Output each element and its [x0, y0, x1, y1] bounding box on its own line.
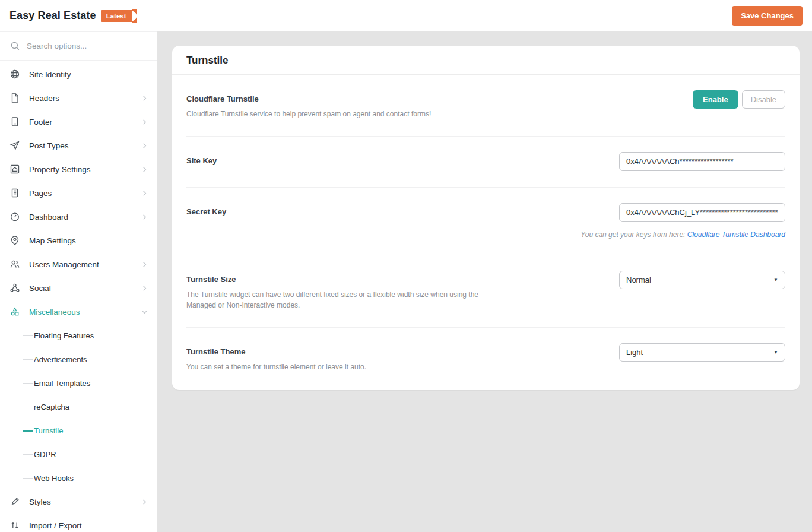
card-header: Turnstile	[172, 46, 800, 75]
brush-icon	[9, 496, 20, 507]
site-key-input[interactable]	[619, 152, 785, 171]
sidebar-item-footer[interactable]: Footer	[0, 110, 157, 134]
disable-button[interactable]: Disable	[742, 90, 785, 109]
setting-label: Turnstile Theme	[186, 347, 366, 356]
chevron-right-icon	[141, 142, 148, 149]
dropdown-caret-icon: ▼	[773, 350, 778, 355]
users-icon	[9, 259, 20, 270]
sidebar-item-social[interactable]: Social	[0, 276, 157, 300]
save-changes-button[interactable]: Save Changes	[732, 6, 803, 26]
miscellaneous-submenu: Floating Features Advertisements Email T…	[0, 324, 157, 490]
shapes-icon	[9, 306, 20, 317]
setting-row-cloudflare-turnstile: Cloudflare Turnstile Cloudflare Turnstil…	[186, 75, 785, 137]
setting-row-site-key: Site Key	[186, 137, 785, 188]
turnstile-size-select[interactable]: Normal ▼	[619, 271, 785, 289]
submenu-item-gdpr[interactable]: GDPR	[0, 442, 157, 466]
submenu-item-advertisements[interactable]: Advertisements	[0, 347, 157, 371]
social-network-icon	[9, 283, 20, 293]
secret-key-input[interactable]	[619, 203, 785, 222]
header-document-icon	[9, 93, 20, 103]
submenu-item-label: reCaptcha	[34, 403, 69, 411]
sidebar-item-site-identity[interactable]: Site Identity	[0, 62, 157, 86]
submenu-item-turnstile[interactable]: Turnstile	[0, 419, 157, 442]
chevron-right-icon	[141, 214, 148, 220]
submenu-item-label: Floating Features	[34, 331, 94, 340]
search-input[interactable]	[27, 42, 147, 50]
sidebar-nav: Site Identity Headers Footer Post Types …	[0, 61, 157, 532]
dropdown-caret-icon: ▼	[773, 277, 778, 283]
main-content: Turnstile Cloudflare Turnstile Cloudflar…	[157, 31, 812, 532]
sidebar-item-label: Map Settings	[29, 236, 76, 245]
pages-book-icon	[9, 188, 20, 198]
sidebar-item-map-settings[interactable]: Map Settings	[0, 229, 157, 252]
turnstile-settings-card: Turnstile Cloudflare Turnstile Cloudflar…	[172, 46, 800, 390]
top-bar: Easy Real Estate Latest Save Changes	[0, 0, 812, 31]
setting-row-turnstile-theme: Turnstile Theme You can set a theme for …	[186, 328, 785, 391]
globe-icon	[9, 69, 20, 80]
setting-label: Site Key	[186, 156, 217, 165]
brand: Easy Real Estate Latest	[9, 10, 137, 23]
enable-button[interactable]: Enable	[693, 90, 738, 109]
sidebar-item-label: Site Identity	[29, 70, 71, 79]
sidebar-item-label: Styles	[29, 498, 51, 506]
setting-row-secret-key: Secret Key You can get your keys from he…	[186, 188, 785, 255]
setting-description: You can set a theme for turnstile elemen…	[186, 362, 366, 373]
sidebar-item-label: Post Types	[29, 141, 69, 150]
sidebar-item-label: Miscellaneous	[29, 308, 80, 316]
helper-prefix: You can get your keys from here:	[581, 230, 687, 239]
gauge-icon	[9, 211, 20, 222]
sidebar-item-label: Import / Export	[29, 521, 82, 530]
search-icon	[10, 41, 20, 51]
submenu-item-label: Web Hooks	[34, 474, 74, 483]
chevron-down-icon	[141, 309, 148, 315]
sidebar-item-label: Footer	[29, 118, 52, 126]
sidebar-item-users-management[interactable]: Users Management	[0, 252, 157, 276]
chevron-right-icon	[141, 190, 148, 197]
send-icon	[9, 140, 20, 151]
sidebar-item-label: Pages	[29, 189, 52, 198]
submenu-item-label: GDPR	[34, 450, 56, 459]
selected-value: Normal	[626, 276, 651, 284]
property-house-icon	[9, 164, 20, 175]
chevron-right-icon	[141, 166, 148, 173]
submenu-item-recaptcha[interactable]: reCaptcha	[0, 395, 157, 419]
chevron-right-icon	[141, 95, 148, 102]
sidebar-item-dashboard[interactable]: Dashboard	[0, 205, 157, 229]
search-row	[0, 32, 157, 61]
sidebar-item-import-export[interactable]: Import / Export	[0, 514, 157, 532]
sidebar-item-post-types[interactable]: Post Types	[0, 134, 157, 157]
sidebar-item-label: Dashboard	[29, 213, 68, 221]
sidebar-item-miscellaneous[interactable]: Miscellaneous	[0, 300, 157, 324]
sidebar-item-label: Users Management	[29, 260, 99, 269]
turnstile-theme-select[interactable]: Light ▼	[619, 343, 785, 362]
sidebar-item-property-settings[interactable]: Property Settings	[0, 157, 157, 181]
chevron-right-icon	[141, 285, 148, 292]
footer-document-icon	[9, 116, 20, 127]
submenu-item-web-hooks[interactable]: Web Hooks	[0, 466, 157, 490]
sidebar-item-headers[interactable]: Headers	[0, 86, 157, 110]
latest-badge: Latest	[101, 10, 137, 23]
import-export-arrows-icon	[9, 520, 20, 531]
setting-description: Cloudflare Turnstile service to help pre…	[186, 109, 431, 120]
cloudflare-dashboard-link[interactable]: Cloudflare Turnstile Dashboard	[687, 230, 785, 239]
setting-row-turnstile-size: Turnstile Size The Turnstile widget can …	[186, 255, 785, 328]
map-pin-icon	[9, 235, 20, 246]
setting-label: Secret Key	[186, 207, 226, 216]
sidebar-item-label: Social	[29, 284, 51, 293]
keys-helper-text: You can get your keys from here: Cloudfl…	[581, 230, 785, 239]
submenu-item-email-templates[interactable]: Email Templates	[0, 371, 157, 395]
selected-value: Light	[626, 348, 643, 357]
badge-ribbon-tail	[132, 10, 137, 23]
setting-label: Cloudflare Turnstile	[186, 94, 431, 103]
submenu-item-label: Turnstile	[34, 426, 63, 435]
sidebar-item-label: Headers	[29, 94, 59, 103]
sidebar-item-label: Property Settings	[29, 165, 91, 174]
chevron-right-icon	[141, 499, 148, 505]
submenu-item-floating-features[interactable]: Floating Features	[0, 324, 157, 347]
setting-label: Turnstile Size	[186, 275, 488, 284]
sidebar-item-styles[interactable]: Styles	[0, 490, 157, 514]
sidebar-item-pages[interactable]: Pages	[0, 181, 157, 205]
chevron-right-icon	[141, 261, 148, 268]
sidebar: Site Identity Headers Footer Post Types …	[0, 31, 157, 532]
chevron-right-icon	[141, 119, 148, 125]
